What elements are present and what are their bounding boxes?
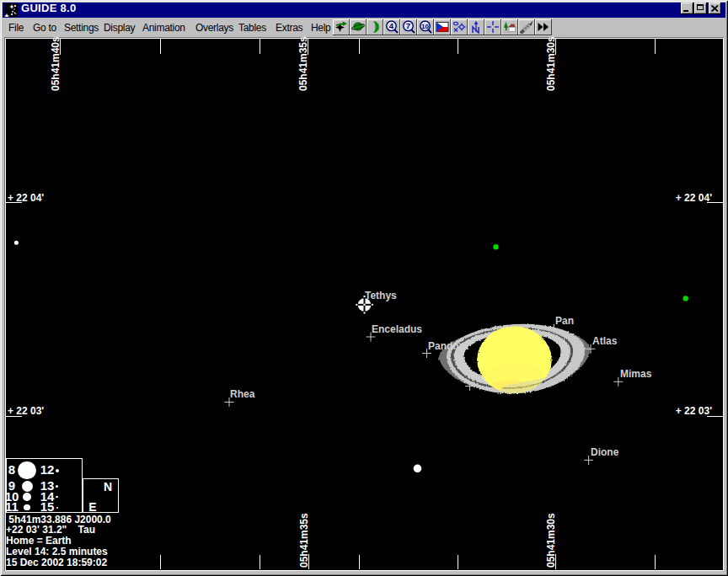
svg-text:10: 10 [421, 23, 429, 30]
svg-text:7: 7 [406, 21, 410, 30]
svg-text:4: 4 [389, 21, 394, 30]
